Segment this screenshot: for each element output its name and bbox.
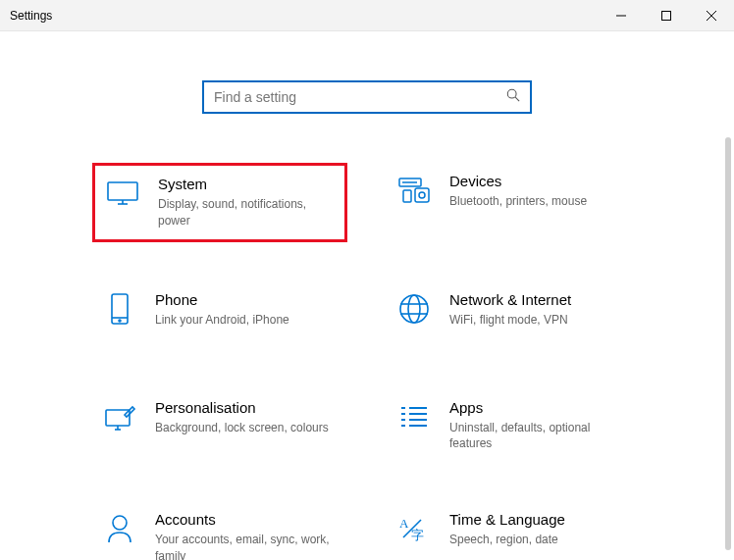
tile-title: System xyxy=(158,176,335,192)
svg-rect-1 xyxy=(662,11,671,20)
tile-title: Network & Internet xyxy=(449,291,632,308)
apps-icon xyxy=(396,399,432,434)
svg-rect-6 xyxy=(108,182,137,200)
window-controls xyxy=(599,0,734,30)
svg-point-18 xyxy=(408,295,420,323)
tile-desc: Speech, region, date xyxy=(449,532,632,548)
svg-rect-13 xyxy=(403,190,411,202)
close-icon xyxy=(707,11,716,21)
svg-point-16 xyxy=(119,320,121,322)
tile-title: Phone xyxy=(155,291,338,308)
content-area: System Display, sound, notifications, po… xyxy=(0,31,734,560)
svg-rect-21 xyxy=(106,410,130,426)
devices-icon xyxy=(396,173,432,208)
time-language-icon: A字 xyxy=(396,511,432,546)
svg-rect-11 xyxy=(415,188,429,202)
tile-desc: Background, lock screen, colours xyxy=(155,420,338,436)
tile-title: Personalisation xyxy=(155,399,338,416)
close-button[interactable] xyxy=(689,0,734,30)
tile-desc: Your accounts, email, sync, work, family xyxy=(155,532,338,560)
tile-system[interactable]: System Display, sound, notifications, po… xyxy=(92,163,347,242)
titlebar: Settings xyxy=(0,0,734,31)
tile-title: Time & Language xyxy=(449,511,632,528)
scrollbar[interactable] xyxy=(725,137,731,550)
tile-desc: Link your Android, iPhone xyxy=(155,312,338,329)
tile-time-language[interactable]: A字 Time & Language Speech, region, date xyxy=(387,501,642,560)
window-title: Settings xyxy=(0,9,599,23)
system-icon xyxy=(105,176,140,211)
search-icon xyxy=(506,88,520,106)
tile-apps[interactable]: Apps Uninstall, defaults, optional featu… xyxy=(387,389,642,463)
tile-network[interactable]: Network & Internet WiFi, flight mode, VP… xyxy=(387,281,642,350)
phone-icon xyxy=(102,291,137,327)
svg-point-17 xyxy=(400,295,428,323)
accounts-icon xyxy=(102,511,137,546)
tile-phone[interactable]: Phone Link your Android, iPhone xyxy=(92,281,347,350)
svg-line-5 xyxy=(515,97,519,101)
svg-point-32 xyxy=(113,516,127,530)
svg-text:字: 字 xyxy=(411,528,424,542)
svg-point-4 xyxy=(507,89,516,98)
maximize-button[interactable] xyxy=(644,0,689,30)
svg-text:A: A xyxy=(399,516,409,531)
tile-title: Apps xyxy=(449,399,632,416)
network-icon xyxy=(396,291,432,327)
settings-grid: System Display, sound, notifications, po… xyxy=(92,163,642,560)
tile-desc: Bluetooth, printers, mouse xyxy=(449,193,632,210)
search-box[interactable] xyxy=(202,80,532,114)
tile-accounts[interactable]: Accounts Your accounts, email, sync, wor… xyxy=(92,501,347,560)
tile-title: Accounts xyxy=(155,511,338,528)
minimize-button[interactable] xyxy=(599,0,644,30)
maximize-icon xyxy=(661,11,671,21)
tile-title: Devices xyxy=(449,173,632,189)
tile-desc: Display, sound, notifications, power xyxy=(158,196,335,229)
tile-devices[interactable]: Devices Bluetooth, printers, mouse xyxy=(387,163,642,242)
tile-desc: WiFi, flight mode, VPN xyxy=(449,312,632,329)
personalisation-icon xyxy=(102,399,137,434)
tile-personalisation[interactable]: Personalisation Background, lock screen,… xyxy=(92,389,347,463)
svg-point-12 xyxy=(419,192,425,198)
tile-desc: Uninstall, defaults, optional features xyxy=(449,420,632,453)
minimize-icon xyxy=(616,11,626,21)
search-input[interactable] xyxy=(214,89,506,105)
